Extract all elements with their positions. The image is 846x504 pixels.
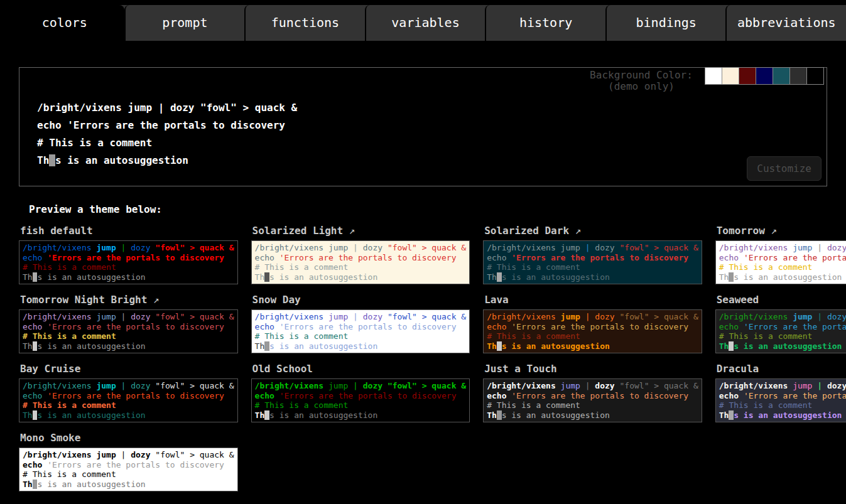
preview-line-3: # This is a comment xyxy=(487,262,698,272)
token: Th xyxy=(487,410,497,420)
theme-preview-card[interactable]: /bright/vixens jump | dozy "fowl" > quac… xyxy=(483,309,702,353)
theme-tomorrow: Tomorrow ↗/bright/vixens jump | dozy "fo… xyxy=(715,225,846,284)
theme-name: Just a Touch xyxy=(484,363,557,375)
token: /bright/vixens xyxy=(719,243,793,252)
preview-line-2: echo 'Errors are the portals to discover… xyxy=(23,253,234,263)
bg-swatch-navy[interactable] xyxy=(756,67,773,85)
token: "fowl" > quack & xyxy=(388,243,466,252)
token: | xyxy=(116,450,131,459)
bg-swatch-black[interactable] xyxy=(806,67,824,85)
token: # This is a comment xyxy=(255,400,349,410)
tab-colors[interactable]: colors xyxy=(5,5,124,41)
theme-name: Snow Day xyxy=(252,294,301,306)
token: "fowl" > quack & xyxy=(155,381,234,390)
token: /bright/vixens xyxy=(255,312,328,321)
token: # This is a comment xyxy=(255,331,349,341)
token: s is an autosuggestion xyxy=(269,410,377,420)
preview-line-2: echo 'Errors are the portals to discover… xyxy=(719,253,846,263)
theme-title: Solarized Dark ↗ xyxy=(484,225,702,237)
customize-button[interactable]: Customize xyxy=(747,156,822,181)
token: jump xyxy=(96,312,116,321)
theme-preview-card[interactable]: /bright/vixens jump | dozy "fowl" > quac… xyxy=(251,240,470,284)
token: 'Errors are the portals to discovery xyxy=(744,322,846,331)
external-link-icon[interactable]: ↗ xyxy=(343,225,355,237)
token: 'Errors are the portals to discovery xyxy=(47,253,224,262)
theme-preview-card[interactable]: /bright/vixens jump | dozy "fowl" > quac… xyxy=(19,378,238,422)
token: "fowl" > quack & xyxy=(155,243,234,252)
preview-line-3: # This is a comment xyxy=(23,400,234,410)
token: # This is a comment xyxy=(255,262,349,272)
token: 'Errors are the portals to discovery xyxy=(511,253,688,262)
theme-name: Tomorrow Night Bright xyxy=(20,294,147,306)
tab-bindings[interactable]: bindings xyxy=(605,5,726,41)
token: dozy xyxy=(827,243,846,252)
token: Th xyxy=(255,341,265,351)
demo-line: echo 'Errors are the portals to discover… xyxy=(37,117,827,134)
theme-preview-card[interactable]: /bright/vixens jump | dozy "fowl" > quac… xyxy=(251,309,470,353)
cursor-block: i xyxy=(497,410,502,420)
tab-history[interactable]: history xyxy=(485,5,605,41)
token: s is an autosuggestion xyxy=(502,272,610,282)
token: /bright/vixens xyxy=(23,450,96,459)
theme-preview-card[interactable]: /bright/vixens jump | dozy "fowl" > quac… xyxy=(19,448,238,491)
preview-line-3: # This is a comment xyxy=(255,262,467,272)
preview-line-4: This is an autosuggestion xyxy=(255,341,467,351)
preview-line-2: echo 'Errors are the portals to discover… xyxy=(23,460,234,470)
tab-prompt[interactable]: prompt xyxy=(124,5,245,41)
theme-preview-card[interactable]: /bright/vixens jump | dozy "fowl" > quac… xyxy=(715,240,846,284)
bg-swatch-dark-red[interactable] xyxy=(739,67,756,85)
token: # This is a comment xyxy=(23,331,116,341)
token: echo xyxy=(719,322,744,331)
theme-preview-card[interactable]: /bright/vixens jump | dozy "fowl" > quac… xyxy=(483,378,702,422)
theme-preview-card[interactable]: /bright/vixens jump | dozy "fowl" > quac… xyxy=(715,309,846,353)
tab-abbreviations[interactable]: abbreviations xyxy=(725,5,846,41)
tab-functions[interactable]: functions xyxy=(244,5,365,41)
tab-variables[interactable]: variables xyxy=(365,5,485,41)
theme-preview-card[interactable]: /bright/vixens jump | dozy "fowl" > quac… xyxy=(19,240,238,284)
preview-line-3: # This is a comment xyxy=(23,331,234,341)
preview-heading: Preview a theme below: xyxy=(29,203,846,215)
token: /bright/vixens xyxy=(23,312,96,321)
preview-line-4: This is an autosuggestion xyxy=(255,410,467,421)
token: echo xyxy=(487,391,511,400)
theme-title: Mono Smoke xyxy=(20,432,238,444)
theme-name: Tomorrow xyxy=(717,225,765,237)
token: | xyxy=(116,243,131,252)
preview-line-2: echo 'Errors are the portals to discover… xyxy=(719,391,846,401)
token: echo xyxy=(23,460,47,469)
token: 'Errors are the portals to discovery xyxy=(47,322,224,331)
token: echo xyxy=(23,391,47,400)
bg-swatch-cream[interactable] xyxy=(722,67,739,85)
token: echo xyxy=(719,253,744,262)
preview-line-3: # This is a comment xyxy=(719,331,846,341)
background-color-label-line1: Background Color: xyxy=(585,70,698,81)
token: s is an autosuggestion xyxy=(734,272,842,282)
token: echo xyxy=(255,391,279,400)
theme-preview-card[interactable]: /bright/vixens jump | dozy "fowl" > quac… xyxy=(19,309,238,353)
bg-swatch-dark-teal[interactable] xyxy=(773,67,790,85)
token: /bright/vixens xyxy=(255,381,328,390)
bg-swatch-charcoal[interactable] xyxy=(789,67,807,85)
token: Th xyxy=(487,272,497,282)
preview-line-4: This is an autosuggestion xyxy=(23,480,234,490)
theme-preview-card[interactable]: /bright/vixens jump | dozy "fowl" > quac… xyxy=(251,378,470,422)
external-link-icon[interactable]: ↗ xyxy=(569,225,581,237)
theme-title: Dracula xyxy=(717,363,846,375)
token: 'Errors are the portals to discovery xyxy=(511,391,688,400)
theme-solarized-light: Solarized Light ↗/bright/vixens jump | d… xyxy=(251,225,470,284)
token: dozy xyxy=(363,243,388,252)
bg-swatch-white[interactable] xyxy=(705,67,722,85)
token: 'Errors are the portals to discovery xyxy=(744,253,846,262)
token: echo xyxy=(719,391,744,400)
token: # This is a comment xyxy=(23,262,116,272)
preview-line-4: This is an autosuggestion xyxy=(487,272,698,282)
background-color-label: Background Color: (demo only) xyxy=(585,70,698,92)
theme-preview-card[interactable]: /bright/vixens jump | dozy "fowl" > quac… xyxy=(483,240,702,284)
demo-suggestion-line: This is an autosuggestion xyxy=(37,152,827,169)
token: # This is a comment xyxy=(23,400,116,410)
external-link-icon[interactable]: ↗ xyxy=(147,294,159,306)
external-link-icon[interactable]: ↗ xyxy=(765,225,777,237)
preview-line-1: /bright/vixens jump | dozy "fowl" > quac… xyxy=(23,450,234,460)
theme-preview-card[interactable]: /bright/vixens jump | dozy "fowl" > quac… xyxy=(715,378,846,422)
demo-line: # This is a comment xyxy=(37,134,827,152)
